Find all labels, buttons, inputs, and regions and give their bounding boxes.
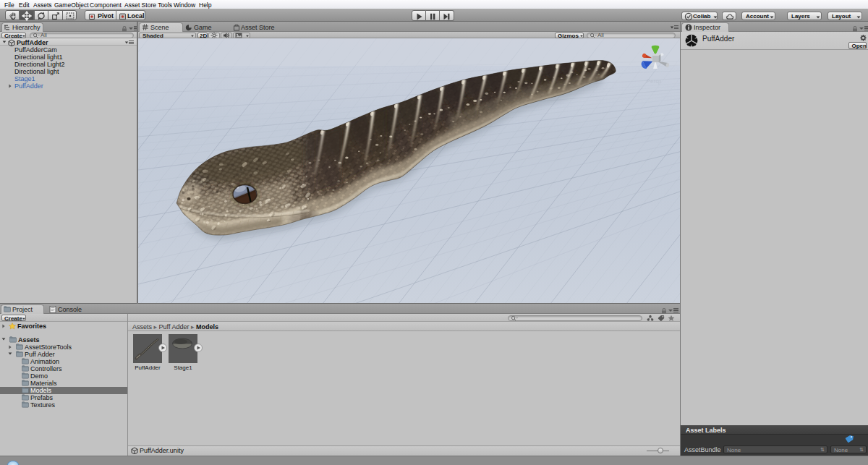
svg-text:Persp: Persp xyxy=(647,78,662,85)
